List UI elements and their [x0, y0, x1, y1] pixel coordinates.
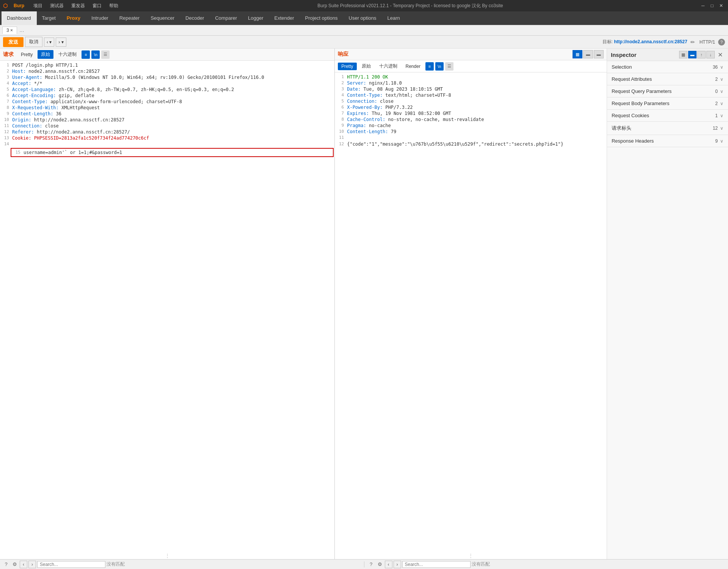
- response-format-btn-3[interactable]: ☰: [445, 62, 453, 71]
- menu-project[interactable]: 项目: [30, 2, 46, 10]
- request-title: 请求: [3, 51, 14, 58]
- inspector-view-btn-2[interactable]: ▬: [688, 51, 697, 58]
- inspector-row-cookies[interactable]: Request Cookies 1 ∨: [607, 110, 728, 122]
- inspector-resp-headers-count: 9: [715, 138, 718, 144]
- inspector-header: Inspector ▦ ▬ ↑ ↓ ✕: [607, 49, 728, 61]
- tab-repeater[interactable]: Repeater: [114, 11, 145, 25]
- toolbar-row: 发送 取消 ‹ ▾ › ▾ 目标: http://node2.anna.nssc…: [0, 36, 728, 49]
- response-tab-hex[interactable]: 十六进制: [376, 62, 401, 71]
- inspector-title: Inspector: [611, 52, 679, 58]
- bottom-next-left[interactable]: ›: [28, 561, 36, 568]
- inspector-view-buttons: ▦ ▬ ↑ ↓: [679, 51, 715, 58]
- inspector-panel: Inspector ▦ ▬ ↑ ↓ ✕ Selection 36 ∨ Reque…: [607, 49, 728, 559]
- sub-tab-3[interactable]: 3 ×: [2, 27, 17, 34]
- tab-decoder[interactable]: Decoder: [180, 11, 210, 25]
- inspector-request-attrs-count: 2: [715, 77, 718, 82]
- next-button[interactable]: › ▾: [56, 38, 66, 47]
- response-tab-pretty[interactable]: Pretty: [338, 63, 356, 70]
- inspector-body-params-chevron: ∨: [720, 101, 723, 106]
- request-panel-header: 请求 Pretty 原始 十六进制 ≡ \n ☰: [0, 49, 334, 61]
- inspector-row-request-attrs[interactable]: Request Attributes 2 ∨: [607, 73, 728, 85]
- menu-repeater[interactable]: 重发器: [68, 2, 88, 10]
- resp-line-4: 4 Content-Type: text/html; charset=UTF-8: [335, 92, 607, 98]
- resp-line-11: 11: [335, 135, 607, 141]
- response-format-btn-2[interactable]: \n: [435, 62, 444, 71]
- tab-extender[interactable]: Extender: [269, 11, 300, 25]
- request-tab-raw[interactable]: 原始: [38, 50, 53, 59]
- maximize-button[interactable]: □: [708, 2, 716, 9]
- request-code-area[interactable]: 1 POST /login.php HTTP/1.1 2 Host: node2…: [0, 61, 334, 552]
- tab-sequencer[interactable]: Sequencer: [145, 11, 180, 25]
- send-button[interactable]: 发送: [3, 37, 24, 47]
- bottom-prev-right[interactable]: ‹: [385, 561, 392, 568]
- request-panel-resizer[interactable]: ⋮: [0, 552, 334, 559]
- request-tab-hex[interactable]: 十六进制: [55, 50, 80, 59]
- view-btn-vert[interactable]: ▬: [594, 50, 604, 58]
- no-match-right: 没有匹配: [472, 561, 490, 567]
- inspector-close-button[interactable]: ✕: [716, 51, 724, 58]
- tab-user-options[interactable]: User options: [344, 11, 382, 25]
- prev-button[interactable]: ‹ ▾: [44, 38, 54, 47]
- response-code-area[interactable]: 1 HTTP/1.1 200 OK 2 Server: nginx/1.18.0…: [335, 72, 607, 552]
- bottom-prev-left[interactable]: ‹: [20, 561, 27, 568]
- response-tab-render[interactable]: Render: [402, 63, 424, 70]
- tab-project-options[interactable]: Project options: [300, 11, 344, 25]
- inspector-view-btn-1[interactable]: ▦: [679, 51, 687, 58]
- target-label: 目标: http://node2.anna.nssctf.cn:28527: [602, 39, 687, 45]
- inspector-row-query-params[interactable]: Request Query Parameters 0 ∨: [607, 85, 728, 97]
- inspector-req-headers-label: 请求标头: [612, 125, 713, 132]
- response-tab-header: Pretty 原始 十六进制 Render ≡ \n ☰: [335, 60, 607, 72]
- response-format-btn-1[interactable]: ≡: [425, 62, 434, 71]
- inspector-req-headers-count: 12: [713, 126, 718, 131]
- minimize-button[interactable]: ─: [699, 2, 707, 9]
- burp-logo: ⬡: [3, 3, 8, 9]
- inspector-row-body-params[interactable]: Request Body Parameters 2 ∨: [607, 97, 728, 110]
- sub-tab-ellipsis[interactable]: …: [17, 27, 27, 34]
- view-btn-horiz[interactable]: ▬: [583, 50, 593, 58]
- edit-url-button[interactable]: ✏: [689, 39, 697, 45]
- resp-line-3: 3 Date: Tue, 08 Aug 2023 18:10:15 GMT: [335, 86, 607, 92]
- resp-body-line: 12 {"code":"1","message":"\u767b\u5f55\u…: [335, 141, 607, 148]
- resp-line-8: 8 Cache-Control: no-store, no-cache, mus…: [335, 116, 607, 123]
- bottom-next-right[interactable]: ›: [394, 561, 401, 568]
- search-input-right[interactable]: [402, 561, 471, 568]
- code-line-9: 9 Content-Length: 36: [0, 111, 334, 117]
- inspector-view-btn-sort-desc[interactable]: ↓: [706, 51, 715, 58]
- tab-target[interactable]: Target: [37, 11, 61, 25]
- inspector-view-btn-sort-asc[interactable]: ↑: [697, 51, 706, 58]
- code-line-2: 2 Host: node2.anna.nssctf.cn:28527: [0, 68, 334, 74]
- bottom-bar-left: ? ⚙ ‹ › 没有匹配: [2, 561, 361, 568]
- format-btn-2[interactable]: \n: [91, 50, 100, 59]
- menu-scanner[interactable]: 测试器: [47, 2, 67, 10]
- code-line-7: 7 Content-Type: application/x-www-form-u…: [0, 99, 334, 105]
- format-btn-3[interactable]: ☰: [101, 50, 110, 59]
- response-panel-resizer[interactable]: ⋮: [335, 552, 607, 559]
- request-tab-pretty[interactable]: Pretty: [17, 51, 36, 58]
- tab-proxy[interactable]: Proxy: [61, 11, 86, 25]
- bottom-help-left[interactable]: ?: [2, 561, 10, 568]
- tab-comparer[interactable]: Comparer: [210, 11, 243, 25]
- bottom-settings-right[interactable]: ⚙: [376, 561, 384, 568]
- titlebar-menus: 项目 测试器 重发器 窗口 帮助: [30, 2, 121, 10]
- code-line-13: 13 Cookie: PHPSESSID=2813a2fa1c520f734f2…: [0, 135, 334, 141]
- burp-menu-item[interactable]: Burp: [11, 2, 27, 9]
- bottom-help-right[interactable]: ?: [367, 561, 375, 568]
- view-btn-split[interactable]: ▦: [573, 50, 582, 58]
- tab-learn[interactable]: Learn: [382, 11, 406, 25]
- response-tab-raw[interactable]: 原始: [358, 62, 374, 71]
- tab-dashboard[interactable]: Dashboard: [2, 11, 37, 25]
- cancel-button[interactable]: 取消: [25, 37, 42, 47]
- request-panel: 请求 Pretty 原始 十六进制 ≡ \n ☰ 1 POST /login.p…: [0, 49, 335, 559]
- inspector-row-req-headers[interactable]: 请求标头 12 ∨: [607, 122, 728, 135]
- menu-help[interactable]: 帮助: [106, 2, 121, 10]
- close-button[interactable]: ✕: [717, 2, 725, 9]
- tab-intruder[interactable]: Intruder: [86, 11, 114, 25]
- format-btn-1[interactable]: ≡: [82, 50, 90, 59]
- inspector-row-selection[interactable]: Selection 36 ∨: [607, 61, 728, 73]
- bottom-settings-left[interactable]: ⚙: [11, 561, 19, 568]
- inspector-row-resp-headers[interactable]: Response Headers 9 ∨: [607, 135, 728, 147]
- menu-window[interactable]: 窗口: [89, 2, 105, 10]
- help-icon[interactable]: ?: [718, 39, 725, 46]
- search-input-left[interactable]: [37, 561, 105, 568]
- tab-logger[interactable]: Logger: [243, 11, 269, 25]
